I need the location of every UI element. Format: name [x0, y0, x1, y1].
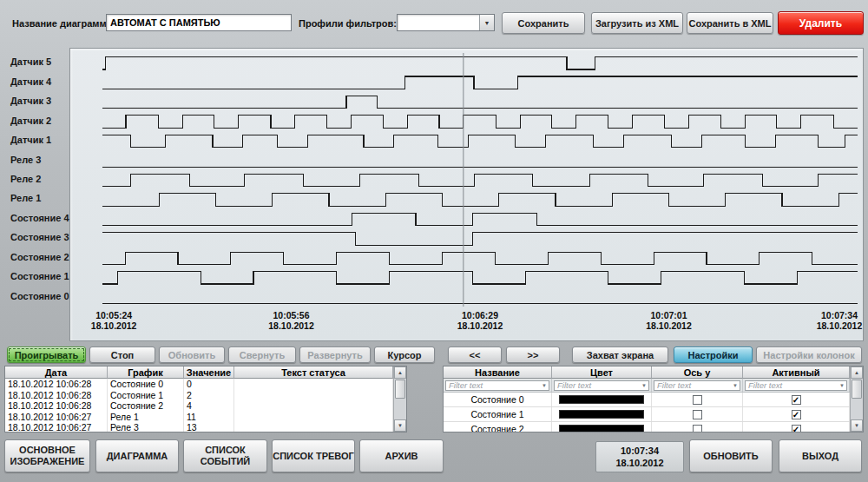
filter-funnel-icon[interactable]: ▼ [640, 383, 648, 388]
series-row[interactable]: Состояние 1 ✓ [444, 407, 863, 422]
event-row[interactable]: 18.10.2012 10:06:28 Состояние 1 2 [5, 390, 406, 401]
exit-button[interactable]: ВЫХОД [779, 439, 862, 472]
col-header-graph[interactable]: График [108, 366, 184, 379]
waveform-2 [102, 96, 858, 109]
scrollbar-thumb[interactable] [852, 380, 862, 399]
column-settings-button: Настройки колонок [756, 347, 862, 363]
col-header-active[interactable]: Активный [743, 366, 850, 379]
waveform-8 [102, 213, 858, 226]
series-row[interactable]: Состояние 0 ✓ [444, 393, 863, 407]
scrollbar-thumb[interactable] [395, 380, 405, 399]
time-axis-label: 10:06:2918.10.2012 [457, 310, 503, 331]
col-header-color[interactable]: Цвет [552, 366, 652, 379]
expand-button: Развернуть [299, 347, 371, 363]
filter-placeholder: Filter text [446, 380, 540, 390]
save-to-xml-button[interactable]: Сохранить в XML [687, 12, 773, 34]
signal-labels: Датчик 5Датчик 4Датчик 3Датчик 2Датчик 1… [10, 48, 68, 341]
event-status [234, 412, 393, 423]
event-value: 0 [184, 379, 234, 390]
signal-label: Датчик 1 [10, 135, 51, 145]
waveform-1 [102, 76, 858, 89]
filter-funnel-icon[interactable]: ▼ [731, 383, 740, 388]
chevron-down-icon[interactable]: ▼ [479, 15, 494, 30]
event-row[interactable]: 18.10.2012 10:06:27 Реле 1 11 [5, 412, 406, 423]
waveform-10 [102, 252, 858, 265]
col-header-date[interactable]: Дата [5, 366, 108, 379]
nav-main-screen-button[interactable]: ОСНОВНОЕ ИЗОБРАЖЕНИЕ [4, 439, 90, 472]
scroll-down-icon[interactable]: ▼ [394, 419, 406, 432]
delete-button[interactable]: Удалить [778, 11, 864, 35]
nav-archive-button[interactable]: АРХИВ [359, 439, 444, 472]
save-button[interactable]: Сохранить [502, 12, 585, 34]
events-table: Дата График Значение Текст статуса 18.10… [4, 366, 407, 432]
y-axis-checkbox[interactable] [693, 410, 702, 419]
signal-label: Реле 2 [10, 174, 41, 184]
diagram-name-input[interactable]: АВТОМАТ С ПАМЯТЬЮ [106, 14, 292, 31]
series-scrollbar[interactable]: ▲ ▼ [850, 366, 863, 432]
event-row[interactable]: 18.10.2012 10:06:28 Состояние 2 4 [5, 400, 406, 412]
nav-alarm-list-button[interactable]: СПИСОК ТРЕВОГ [272, 439, 355, 472]
col-header-yaxis[interactable]: Ось у [652, 366, 743, 379]
cursor-button[interactable]: Курсор [374, 347, 435, 363]
stop-button[interactable]: Стоп [89, 347, 155, 363]
event-row[interactable]: 18.10.2012 10:06:28 Состояние 0 0 [5, 379, 406, 390]
signal-label: Состояние 4 [10, 213, 69, 223]
scroll-up-icon[interactable]: ▲ [394, 366, 406, 379]
event-row[interactable]: 18.10.2012 10:06:27 Реле 3 13 [5, 422, 406, 432]
time-axis-label: 10:05:2418.10.2012 [91, 310, 137, 331]
scroll-down-icon[interactable]: ▼ [851, 419, 863, 432]
event-status [234, 379, 393, 390]
y-axis-checkbox[interactable] [693, 425, 702, 433]
series-table: Название Цвет Ось у Активный Filter text… [443, 366, 864, 432]
filter-funnel-icon[interactable]: ▼ [838, 383, 846, 388]
col-header-name[interactable]: Название [444, 366, 552, 379]
event-date: 18.10.2012 10:06:28 [5, 390, 108, 401]
step-back-button[interactable]: << [448, 347, 502, 363]
color-swatch[interactable] [559, 425, 644, 432]
event-graph: Состояние 2 [108, 400, 184, 412]
event-graph: Реле 1 [108, 412, 184, 423]
time-axis: 10:05:2418.10.201210:05:5618.10.201210:0… [102, 310, 858, 334]
col-header-value[interactable]: Значение [184, 366, 234, 379]
load-from-xml-button[interactable]: Загрузить из XML [591, 12, 683, 34]
waveform-7 [102, 194, 858, 207]
event-value: 2 [184, 390, 234, 401]
timing-diagram[interactable] [102, 53, 858, 307]
settings-button[interactable]: Настройки [674, 347, 753, 363]
signal-label: Датчик 3 [10, 96, 51, 106]
scada-trend-window: Название диаграммы: АВТОМАТ С ПАМЯТЬЮ Пр… [0, 0, 868, 482]
filter-input[interactable]: Filter text▼ [445, 380, 549, 391]
screen-capture-button[interactable]: Захват экрана [572, 347, 668, 363]
play-button[interactable]: Проигрывать [7, 347, 86, 363]
filter-input[interactable]: Filter text▼ [745, 380, 847, 391]
filter-funnel-icon[interactable]: ▼ [540, 383, 549, 388]
signal-label: Реле 3 [10, 155, 41, 165]
active-checkbox[interactable]: ✓ [792, 425, 801, 433]
signal-label: Состояние 0 [10, 291, 69, 301]
scroll-up-icon[interactable]: ▲ [851, 366, 863, 379]
nav-event-list-button[interactable]: СПИСОК СОБЫТИЙ [183, 439, 267, 472]
clock-time: 10:07:34 [621, 445, 659, 457]
filter-input[interactable]: Filter text▼ [654, 380, 740, 391]
event-date: 18.10.2012 10:06:28 [5, 379, 108, 390]
color-swatch[interactable] [559, 395, 644, 404]
y-axis-checkbox[interactable] [693, 395, 702, 405]
series-row[interactable]: Состояние 2 ✓ [444, 422, 863, 432]
event-status [234, 422, 393, 432]
step-forward-button[interactable]: >> [506, 347, 560, 363]
active-checkbox[interactable]: ✓ [792, 410, 801, 419]
signal-label: Состояние 3 [10, 232, 69, 242]
signal-label: Датчик 4 [10, 76, 51, 87]
event-status [234, 400, 393, 412]
nav-diagram-button[interactable]: ДИАГРАММА [95, 439, 179, 472]
filter-input[interactable]: Filter text▼ [554, 380, 649, 391]
filter-profiles-select[interactable]: ▼ [397, 14, 495, 31]
col-header-status[interactable]: Текст статуса [234, 366, 393, 379]
series-name: Состояние 2 [444, 422, 552, 432]
color-swatch[interactable] [559, 410, 644, 419]
time-axis-label: 10:07:0118.10.2012 [646, 310, 692, 331]
footer-refresh-button[interactable]: ОБНОВИТЬ [689, 439, 773, 472]
active-checkbox[interactable]: ✓ [792, 395, 801, 405]
events-scrollbar[interactable]: ▲ ▼ [393, 366, 406, 432]
filter-placeholder: Filter text [654, 380, 731, 390]
